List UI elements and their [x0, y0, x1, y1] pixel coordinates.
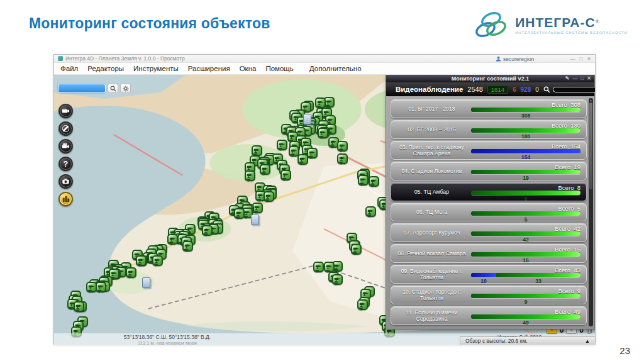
camera-marker[interactable]	[167, 234, 178, 245]
camera-marker[interactable]	[318, 128, 328, 138]
panel-titlebar[interactable]: Мониторинг состояний v2.1 ✎ — □ ✕	[386, 75, 594, 82]
progress-segment	[471, 252, 580, 257]
map-search-input[interactable]	[58, 84, 106, 93]
camera-marker[interactable]	[260, 164, 270, 175]
camera-marker[interactable]	[126, 267, 136, 278]
camera-marker[interactable]	[332, 274, 343, 285]
tool-help-icon[interactable]: ?	[58, 157, 73, 171]
user-chip[interactable]: secureregion	[496, 55, 534, 63]
camera-marker[interactable]	[252, 145, 262, 156]
camera-marker[interactable]	[297, 154, 308, 165]
camera-marker[interactable]	[357, 299, 368, 310]
progress-values: 9	[471, 299, 580, 305]
object-list-item[interactable]: 09. Видеонаблюдение г. ТольяттиВсего 431…	[391, 265, 587, 284]
search-settings-button[interactable]	[120, 84, 131, 93]
tool-pencil-icon[interactable]	[58, 121, 73, 136]
building-3d-model[interactable]	[142, 277, 150, 288]
object-list-item[interactable]: 08. Речной вокзал СамараВсего 1515	[391, 244, 587, 263]
panel-search-icon[interactable]	[543, 86, 550, 93]
camera-marker[interactable]	[74, 301, 84, 312]
progress-values: 49	[471, 319, 580, 326]
camera-marker[interactable]	[182, 241, 193, 252]
object-list-item[interactable]: 06. ТЦ МегаВсего 55	[391, 203, 587, 222]
window-controls: — □ ✕	[570, 56, 591, 62]
segment-value: 19	[471, 175, 580, 181]
building-3d-model[interactable]	[251, 214, 259, 225]
menu-item[interactable]: Дополнительно	[309, 65, 362, 72]
object-list-item[interactable]: 01. БГ 2017 - 2018Всего 308308	[391, 99, 587, 118]
camera-marker[interactable]	[136, 255, 147, 266]
camera-marker[interactable]	[86, 282, 97, 292]
search-button[interactable]	[108, 84, 118, 93]
menu-item[interactable]: Расширения	[188, 65, 230, 72]
camera-marker[interactable]	[245, 170, 255, 181]
camera-marker[interactable]	[337, 141, 348, 152]
camera-marker[interactable]	[315, 97, 326, 108]
object-list-item[interactable]: 04. Стадион ЛокомотивВсего 1919	[391, 162, 587, 181]
object-list-item[interactable]: 11. Больница имени СередавинаВсего 4949	[391, 306, 587, 325]
camera-marker[interactable]	[96, 282, 106, 292]
camera-marker[interactable]	[264, 191, 274, 202]
tool-photo-camera-icon[interactable]	[58, 174, 73, 189]
menu-item[interactable]: Редакторы	[87, 65, 124, 72]
slide: Мониторинг состояния объектов ИНТЕГРА-С®…	[0, 0, 644, 361]
object-list-item[interactable]: 05. ТЦ АмбарВсего 88	[391, 182, 587, 201]
panel-close-icon[interactable]: ✕	[587, 75, 591, 81]
progress-segment	[471, 149, 580, 153]
tool-video-camera-icon[interactable]	[58, 139, 73, 153]
progress-segment	[471, 211, 580, 216]
progress-segment	[471, 294, 580, 298]
camera-marker[interactable]	[202, 225, 213, 236]
panel-minimize-icon[interactable]: —	[572, 75, 577, 81]
map-view[interactable]: ? 53°13'18.36" С.Ш. 50°13'15.38" В.Д. 11…	[54, 75, 595, 345]
object-list-item[interactable]: 02. БГ 2008 – 2015Всего 180180	[391, 120, 587, 139]
camera-marker[interactable]	[369, 176, 379, 187]
progress-bar	[471, 108, 580, 112]
tool-camera-icon[interactable]	[58, 104, 73, 118]
camera-marker[interactable]	[277, 140, 287, 150]
window-titlebar: Интегра 4D - Планета Земля v. 1.0.0 - Пр…	[54, 55, 595, 63]
camera-marker[interactable]	[234, 208, 245, 219]
camera-marker[interactable]	[307, 148, 318, 158]
panel-header: Видеонаблюдение 2548 1614 6 928 0 ✕	[386, 82, 594, 96]
camera-marker[interactable]	[365, 206, 376, 217]
building-3d-model[interactable]	[303, 114, 311, 125]
altitude-text: 113.1 м. над уровнем моря	[98, 340, 236, 345]
panel-scrollbar[interactable]: ▲	[589, 98, 593, 326]
maximize-icon[interactable]: □	[579, 56, 582, 62]
menu-item[interactable]: Помощь	[265, 65, 293, 72]
progress-segment	[471, 108, 580, 112]
object-list-item[interactable]: 10. Стадион Торпедо г. ТольяттиВсего 99	[391, 286, 587, 304]
progress-bar	[471, 128, 580, 133]
panel-edit-icon[interactable]: ✎	[565, 75, 570, 81]
panel-maximize-icon[interactable]: □	[580, 75, 584, 81]
camera-marker[interactable]	[152, 255, 163, 266]
object-list-item[interactable]: 03. Прил. тер. к стадиону Самара АренаВс…	[391, 141, 587, 160]
panel-titlebar-icons: ✎ — □ ✕	[565, 75, 591, 82]
progress-segment	[496, 273, 580, 277]
camera-marker[interactable]	[351, 244, 362, 255]
window-title: Интегра 4D - Планета Земля v. 1.0.0 - Пр…	[65, 55, 185, 62]
tool-buildings-icon[interactable]	[58, 192, 73, 206]
panel-search-field[interactable]	[553, 87, 595, 92]
camera-marker[interactable]	[280, 170, 291, 181]
user-icon	[496, 56, 501, 62]
object-list-item[interactable]: 07. Аэропорт КурумочВсего 4242	[391, 223, 587, 242]
progress-bar	[471, 149, 580, 153]
menu-item[interactable]: Инструменты	[133, 65, 179, 72]
progress-segment	[471, 273, 496, 277]
minimize-icon[interactable]: —	[570, 56, 575, 62]
progress-segment	[471, 191, 580, 195]
camera-marker[interactable]	[324, 262, 335, 272]
object-label: 07. Аэропорт Курумоч	[394, 224, 470, 242]
camera-marker[interactable]	[358, 175, 369, 186]
camera-marker[interactable]	[313, 262, 324, 272]
scroll-up-icon[interactable]: ▲	[589, 98, 592, 102]
close-icon[interactable]: ✕	[587, 56, 591, 62]
menu-item[interactable]: Окна	[240, 65, 257, 72]
menu-item[interactable]: Файл	[60, 65, 78, 72]
scroll-thumb[interactable]	[589, 103, 592, 189]
camera-marker[interactable]	[337, 153, 348, 164]
progress-segment	[471, 128, 580, 133]
collapse-arrow-icon[interactable]: ▲	[585, 338, 590, 344]
